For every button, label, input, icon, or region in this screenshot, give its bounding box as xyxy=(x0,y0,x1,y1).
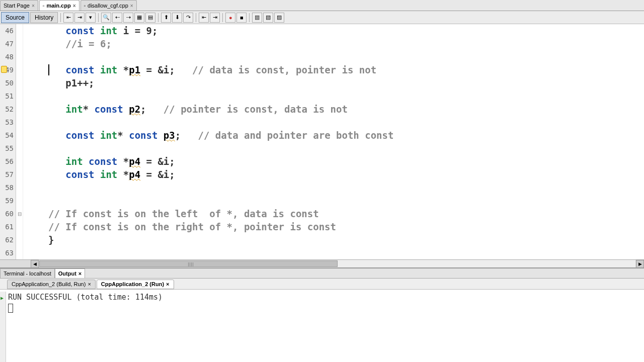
output-content[interactable]: ▶ RUN SUCCESSFUL (total time: 114ms) xyxy=(0,290,644,362)
terminal-tab[interactable]: Terminal - localhost xyxy=(0,268,55,278)
step-over-button[interactable]: ↷ xyxy=(183,13,193,23)
tab-start-page[interactable]: Start Page × xyxy=(0,0,38,11)
editor-toolbar: Source History ⇤ ⇥ ▾ 🔍 ⇠ ⇢ ▦ ▤ ⬆ ⬇ ↷ ⇤ ⇥… xyxy=(0,11,644,24)
scroll-right-button[interactable]: ▶ xyxy=(636,260,644,268)
tab-label: main.cpp xyxy=(46,3,70,9)
output-sidebar: ▶ xyxy=(0,292,6,362)
tab-disallow-cgf[interactable]: ▫ disallow_cgf.cpp × xyxy=(80,0,137,11)
step-up-button[interactable]: ⬆ xyxy=(161,13,171,23)
dropdown-button[interactable]: ▾ xyxy=(86,13,96,23)
tab-label: Start Page xyxy=(4,3,30,9)
output-subtabs: CppApplication_2 (Build, Run) × CppAppli… xyxy=(0,279,644,290)
tool2-button[interactable]: ▧ xyxy=(263,13,273,23)
tab-main-cpp[interactable]: ▫ main.cpp × xyxy=(39,0,79,11)
code-editor[interactable]: 464748495051525354555657585960616263 ⊟ c… xyxy=(0,24,644,259)
source-tab[interactable]: Source xyxy=(1,12,29,23)
close-icon[interactable]: × xyxy=(78,270,82,277)
find-prev-button[interactable]: ⇠ xyxy=(112,13,122,23)
tab-label: CppApplication_2 (Run) xyxy=(101,281,164,288)
build-run-subtab[interactable]: CppApplication_2 (Build, Run) × xyxy=(7,280,96,289)
tool3-button[interactable]: ▨ xyxy=(274,13,284,23)
find-next-button[interactable]: ⇢ xyxy=(123,13,133,23)
file-icon: ▫ xyxy=(43,3,45,9)
close-icon[interactable]: × xyxy=(166,281,169,288)
terminal-cursor xyxy=(8,304,13,313)
panel-tabs: Terminal - localhost Output × xyxy=(0,268,644,279)
toggle-button[interactable]: ▤ xyxy=(145,13,155,23)
stop-button[interactable]: ■ xyxy=(236,13,247,23)
nav-back-button[interactable]: ⇤ xyxy=(63,13,73,23)
output-tab[interactable]: Output × xyxy=(55,268,85,278)
fold-column[interactable]: ⊟ xyxy=(16,24,23,259)
shift-left-button[interactable]: ⇤ xyxy=(199,13,209,23)
output-text: RUN SUCCESSFUL (total time: 114ms) xyxy=(8,292,642,303)
close-icon[interactable]: × xyxy=(130,3,133,9)
scroll-thumb[interactable] xyxy=(39,260,338,267)
tab-label: Output xyxy=(58,270,76,277)
close-icon[interactable]: × xyxy=(73,3,76,9)
run-subtab[interactable]: CppApplication_2 (Run) × xyxy=(97,280,174,289)
output-panel: Terminal - localhost Output × CppApplica… xyxy=(0,267,644,362)
scroll-track[interactable] xyxy=(39,260,635,267)
history-tab[interactable]: History xyxy=(30,12,58,23)
tab-label: disallow_cgf.cpp xyxy=(88,3,128,9)
nav-fwd-button[interactable]: ⇥ xyxy=(74,13,85,23)
rerun-icon[interactable]: ▶ xyxy=(0,292,6,305)
step-down-button[interactable]: ⬇ xyxy=(172,13,182,23)
file-tabs: Start Page × ▫ main.cpp × ▫ disallow_cgf… xyxy=(0,0,644,11)
scroll-left-button[interactable]: ◀ xyxy=(31,260,39,268)
close-icon[interactable]: × xyxy=(88,281,91,288)
horizontal-scrollbar[interactable]: ◀ ▶ xyxy=(0,259,644,267)
shift-right-button[interactable]: ⇥ xyxy=(210,13,220,23)
marker-column xyxy=(23,24,32,259)
code-content[interactable]: const int i = 9; //i = 6; const int *p1 … xyxy=(32,24,644,259)
close-icon[interactable]: × xyxy=(32,3,35,9)
tool1-button[interactable]: ▥ xyxy=(252,13,262,23)
highlight-button[interactable]: ▦ xyxy=(134,13,144,23)
record-button[interactable]: ● xyxy=(225,13,235,23)
tab-label: CppApplication_2 (Build, Run) xyxy=(12,281,86,288)
find-button[interactable]: 🔍 xyxy=(101,13,111,23)
tab-label: Terminal - localhost xyxy=(4,270,51,277)
line-number-gutter: 464748495051525354555657585960616263 xyxy=(0,24,16,259)
file-icon: ▫ xyxy=(84,3,86,9)
